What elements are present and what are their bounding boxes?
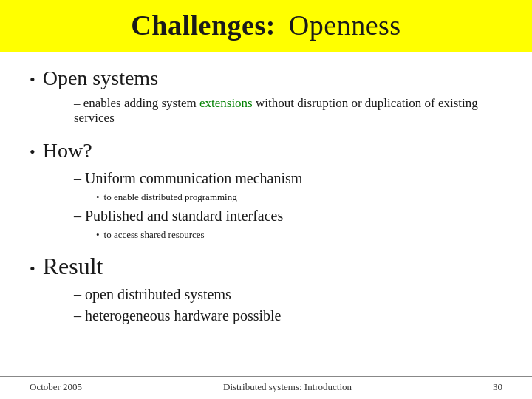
bullet-dot-2: • [30, 144, 35, 160]
sub-heterogeneous: – heterogeneous hardware possible [74, 307, 502, 324]
bullet-result: • Result [30, 253, 502, 280]
slide-content: • Open systems – enables adding system e… [0, 59, 532, 376]
sub-sub-distributed: • to enable distributed programming [96, 191, 502, 203]
title-bar: Challenges: Openness [0, 0, 532, 52]
extensions-link: extensions [200, 96, 253, 110]
slide: Challenges: Openness • Open systems – en… [0, 0, 532, 399]
bullet-dot-1: • [30, 72, 35, 88]
bullet-label-open-systems: Open systems [43, 66, 158, 90]
sub-uniform: – Uniform communication mechanism [74, 170, 502, 187]
bullet-dot-3: • [30, 261, 35, 277]
sub-enables-text: – enables adding system extensions witho… [74, 96, 478, 125]
bullet-label-how: How? [43, 139, 92, 163]
footer-date: October 2005 [30, 381, 82, 393]
title-main: Challenges: [131, 10, 276, 41]
bullet-open-systems: • Open systems [30, 66, 502, 90]
footer-title: Distributed systems: Introduction [223, 381, 352, 393]
sub-heterogeneous-text: – heterogeneous hardware possible [74, 307, 281, 324]
sub-open-dist: – open distributed systems [74, 286, 502, 303]
sub-open-dist-text: – open distributed systems [74, 286, 231, 302]
sub-uniform-text: – Uniform communication mechanism [74, 170, 302, 186]
sub-sub-dot-2: • [96, 229, 100, 241]
sub-sub-dot-1: • [96, 191, 100, 203]
sub-sub-distributed-text: to enable distributed programming [104, 191, 237, 203]
bullet-how: • How? [30, 139, 502, 163]
sub-published: – Published and standard interfaces [74, 208, 502, 225]
slide-title: Challenges: Openness [15, 9, 517, 41]
sub-sub-shared-text: to access shared resources [104, 229, 205, 241]
title-sub: Openness [289, 10, 401, 41]
sub-enables: – enables adding system extensions witho… [74, 96, 502, 126]
footer-page: 30 [493, 381, 502, 393]
bullet-label-result: Result [43, 253, 103, 280]
sub-sub-shared: • to access shared resources [96, 229, 502, 241]
sub-published-text: – Published and standard interfaces [74, 208, 283, 224]
slide-footer: October 2005 Distributed systems: Introd… [0, 376, 532, 399]
